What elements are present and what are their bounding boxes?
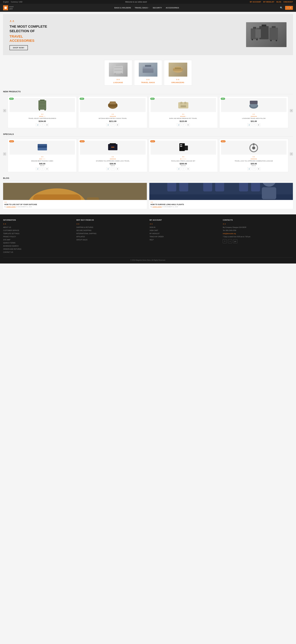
compare-button[interactable]: ⊞ (116, 123, 119, 126)
category-travel-bags[interactable]: ∧∧ TRAVEL BAGS (134, 60, 162, 86)
blog-section: BLOG ∧∧ HOW TO LIVE OUT OF YOUR SUITCASE… (0, 174, 296, 211)
product-price: $38.00 (80, 162, 145, 165)
hero-image (148, 22, 287, 47)
add-to-wishlist-button[interactable]: ♡ (252, 167, 256, 170)
footer-secure-shopping-link[interactable]: SECURE SHOPPING (76, 229, 147, 232)
new-products-prev-arrow[interactable]: ‹ (3, 109, 6, 112)
new-products-next-arrow[interactable]: › (290, 109, 293, 112)
hero-cta-button[interactable]: SHOP NOW! (10, 45, 28, 50)
logo[interactable]: travel gear (3, 5, 14, 10)
category-organizers[interactable]: ∧∧ ORGANIZERS (164, 60, 192, 86)
nav-bags-holders[interactable]: BAGS & HOLDERS (115, 7, 131, 9)
footer-affiliates-link[interactable]: AFFILIATES (76, 236, 147, 238)
footer-international-shipping-link[interactable]: INTERNATIONAL SHIPPING (76, 232, 147, 235)
compare-button[interactable]: ⊞ (186, 123, 190, 126)
blog-author-link[interactable]: ADMIN ADMIN (152, 206, 162, 208)
compare-button[interactable]: ⊞ (116, 167, 119, 170)
svg-rect-23 (173, 68, 183, 71)
blog-post-title[interactable]: HOW TO SURVIVE LONG-HAUL FLIGHTS (149, 204, 293, 206)
blog-author-link[interactable]: ADMIN ADMIN (6, 206, 16, 208)
product-name: WITZMAN MEN'S RETRO CANVAS TRAVEL (80, 118, 145, 120)
product-price: $31.00 (221, 120, 286, 122)
footer-advanced-search-link[interactable]: ADVANCED SEARCH (3, 245, 73, 247)
footer-about-us-link[interactable]: ABOUT US (3, 226, 73, 229)
facebook-icon[interactable]: f (223, 239, 227, 243)
nav-travel-bags[interactable]: TRAVEL BAGS ▾ (135, 7, 149, 9)
svg-rect-24 (175, 68, 181, 69)
compare-button[interactable]: ⊞ (45, 123, 49, 126)
svg-rect-4 (269, 28, 278, 40)
svg-point-38 (184, 102, 186, 104)
product-stars: ★☆☆☆☆ (151, 158, 216, 160)
language-selector[interactable]: English (3, 1, 9, 3)
footer-email-link[interactable]: info@demosite.org (223, 232, 293, 235)
product-price-old: $45.00 (221, 165, 286, 166)
svg-rect-62 (87, 198, 99, 200)
product-stars: ★★★★☆ (151, 116, 216, 117)
add-to-wishlist-button[interactable]: ♡ (182, 123, 185, 126)
svg-rect-39 (181, 105, 186, 107)
add-to-cart-button[interactable]: 🛒 (36, 167, 40, 170)
nav-security[interactable]: SECURITY (153, 7, 162, 9)
top-checkout-link[interactable]: CHECKOUT (283, 1, 293, 3)
category-luggage[interactable]: ∧∧ LUGGAGE (104, 60, 132, 86)
footer-shipping-returns-link[interactable]: SHIPPING & RETURNS (76, 226, 147, 229)
add-to-cart-button[interactable]: 🛒 (106, 123, 110, 126)
add-to-cart-button[interactable]: 🛒 (177, 123, 181, 126)
add-to-cart-button[interactable]: 🛒 (106, 167, 110, 170)
specials-prev-arrow[interactable]: ‹ (3, 152, 6, 156)
footer-my-wishlist-link[interactable]: MY WISHLIST (150, 232, 220, 235)
add-to-cart-button[interactable]: 🛒 (247, 123, 251, 126)
footer-copyright: © 2016 Magento Demo Store. All Rights Re… (3, 257, 293, 261)
nav-accessories[interactable]: ACCESSORIES (166, 7, 179, 9)
compare-button[interactable]: ⊞ (257, 167, 260, 170)
footer-view-cart-link[interactable]: VIEW CART (150, 229, 220, 232)
product-card: NEW ∧∧ ★★★★☆ BARK AND MEOW PREMIUM PET T… (149, 96, 218, 128)
footer-track-my-order-link[interactable]: TRACK MY ORDER (150, 236, 220, 238)
footer-group-sales-link[interactable]: GROUP SALES (76, 239, 147, 241)
top-my-wishlist-link[interactable]: MY WISHLIST (263, 1, 274, 3)
twitter-icon[interactable]: t (228, 239, 232, 243)
compare-button[interactable]: ⊞ (186, 167, 190, 170)
add-to-cart-button[interactable]: 🛒 (247, 167, 251, 170)
add-to-wishlist-button[interactable]: ♡ (252, 123, 256, 126)
footer-help-link[interactable]: HELP (150, 239, 220, 241)
footer-orders-returns-link[interactable]: ORDERS AND RETURNS (3, 248, 73, 250)
footer-privacy-policy-link[interactable]: PRIVACY POLICY (3, 236, 73, 238)
svg-rect-12 (114, 66, 123, 74)
add-to-wishlist-button[interactable]: ♡ (111, 123, 115, 126)
add-to-cart-button[interactable]: 🛒 (177, 167, 181, 170)
compare-button[interactable]: ⊞ (257, 123, 260, 126)
footer-site-map-link[interactable]: SITE MAP (3, 239, 73, 241)
specials-next-arrow[interactable]: › (290, 152, 293, 156)
currency-selector[interactable]: Currency: USD (11, 1, 23, 3)
top-my-account-link[interactable]: MY ACCOUNT (250, 1, 261, 3)
add-to-wishlist-button[interactable]: ♡ (182, 167, 185, 170)
product-image (10, 98, 75, 112)
search-icon[interactable]: 🔍 (280, 6, 283, 9)
footer-sign-in-link[interactable]: SIGN IN (150, 226, 220, 229)
footer-template-settings-link[interactable]: TEMPLATE SETTINGS (3, 232, 73, 235)
product-name: BINGOMI BEST PACKING CUBES (10, 160, 75, 162)
add-to-wishlist-button[interactable]: ♡ (111, 167, 115, 170)
footer-customer-service-link[interactable]: CUSTOMER SERVICE (3, 229, 73, 232)
specials-cards: SALE ∧∧ ★★☆☆☆ BINGOMI BEST PACKING CUBES… (8, 139, 288, 172)
footer-search-terms-link[interactable]: SEARCH TERMS (3, 242, 73, 244)
footer-tel: Tel: 800-2345-6789 (223, 229, 293, 232)
googleplus-icon[interactable]: g+ (233, 239, 237, 243)
add-to-wishlist-button[interactable]: ♡ (41, 167, 44, 170)
cart-count: 0 (290, 7, 291, 9)
add-to-cart-button[interactable]: 🛒 (36, 123, 40, 126)
top-blog-link[interactable]: BLOG (276, 1, 281, 3)
blog-post-title[interactable]: HOW TO LIVE OUT OF YOUR SUITCASE (3, 204, 147, 206)
hero-title: THE MOST COMPLETE SELECTION OF (10, 24, 148, 33)
footer-information-title: INFORMATION (3, 219, 73, 221)
product-actions: 🛒 ♡ ⊞ (10, 167, 75, 170)
compare-button[interactable]: ⊞ (45, 167, 49, 170)
footer-contact-us-link[interactable]: CONTACT US (3, 251, 73, 254)
new-products-section: NEW PRODUCTS ‹ NEW ∧∧ ★★★☆☆ TRAVEL SELEC… (0, 88, 296, 130)
add-to-wishlist-button[interactable]: ♡ (41, 123, 44, 126)
svg-rect-67 (203, 183, 212, 192)
svg-point-51 (181, 144, 182, 145)
cart-button[interactable]: 🛒 0 (285, 6, 293, 10)
